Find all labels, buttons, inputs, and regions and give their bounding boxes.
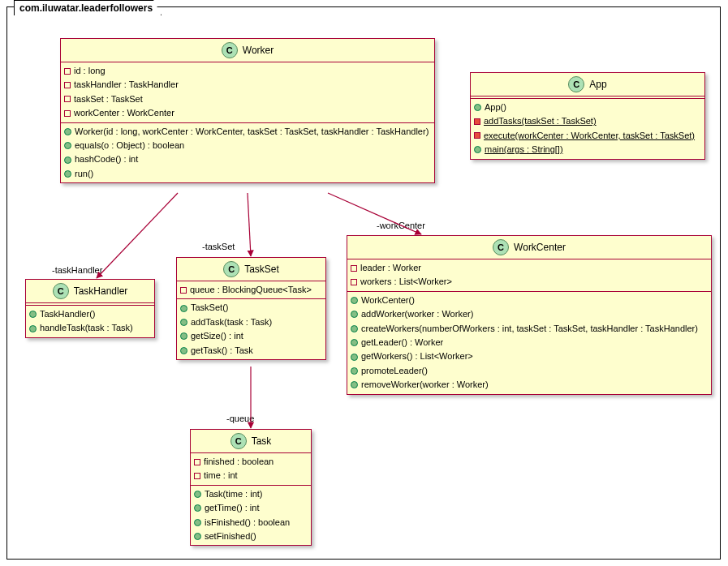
methods-section: TaskSet() addTask(task : Task) getSize()… [177, 299, 325, 359]
class-name: Task [252, 435, 272, 447]
class-header: C App [471, 73, 704, 96]
class-icon: C [568, 76, 584, 92]
fields-section: queue : BlockingQueue<Task> [177, 281, 325, 299]
class-task: C Task finished : boolean time : int Tas… [190, 429, 312, 546]
rel-label-queue: -queue [226, 414, 254, 423]
methods-section: Task(time : int) getTime() : int isFinis… [191, 486, 311, 546]
svg-line-0 [97, 193, 178, 278]
class-icon: C [230, 433, 247, 449]
methods-section: App() addTasks(taskSet : TaskSet) execut… [471, 99, 704, 159]
methods-section: TaskHandler() handleTask(task : Task) [26, 306, 154, 337]
fields-section: leader : Worker workers : List<Worker> [347, 259, 711, 292]
class-worker: C Worker id : long taskHandler : TaskHan… [60, 38, 435, 183]
class-icon: C [53, 283, 69, 299]
package-frame: com.iluwatar.leaderfollowers C Worker id… [6, 6, 721, 560]
methods-section: WorkCenter() addWorker(worker : Worker) … [347, 292, 711, 394]
rel-label-taskhandler: -taskHandler [52, 265, 102, 275]
methods-section: Worker(id : long, workCenter : WorkCente… [61, 123, 434, 183]
fields-section: id : long taskHandler : TaskHandler task… [61, 62, 434, 123]
class-header: C WorkCenter [347, 236, 711, 259]
fields-section: finished : boolean time : int [191, 453, 311, 486]
class-app: C App App() addTasks(taskSet : TaskSet) … [470, 72, 705, 160]
class-name: TaskHandler [74, 285, 128, 297]
package-name: com.iluwatar.leaderfollowers [14, 0, 162, 15]
class-name: Worker [243, 45, 274, 56]
class-icon: C [493, 239, 509, 255]
rel-label-taskset: -taskSet [202, 242, 235, 251]
svg-line-1 [248, 193, 251, 256]
class-header: C Worker [61, 39, 434, 62]
class-header: C TaskSet [177, 258, 325, 281]
class-name: App [589, 79, 606, 90]
class-name: TaskSet [244, 264, 279, 275]
class-workcenter: C WorkCenter leader : Worker workers : L… [347, 235, 712, 395]
class-taskset: C TaskSet queue : BlockingQueue<Task> Ta… [176, 257, 326, 360]
class-header: C Task [191, 430, 311, 453]
class-taskhandler: C TaskHandler TaskHandler() handleTask(t… [25, 279, 155, 338]
class-name: WorkCenter [514, 242, 566, 253]
class-icon: C [223, 261, 239, 277]
class-icon: C [222, 42, 238, 58]
rel-label-workcenter: -workCenter [377, 221, 425, 230]
class-header: C TaskHandler [26, 280, 154, 303]
